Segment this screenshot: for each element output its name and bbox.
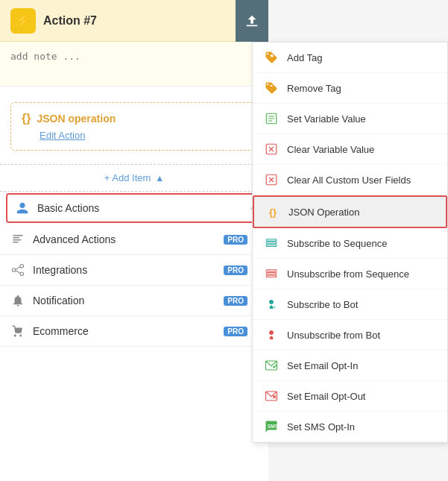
menu-item-ecommerce[interactable]: Ecommerce PRO › [0,316,268,347]
dropdown-subscribe-bot[interactable]: Subscribe to Bot [253,289,447,320]
add-tag-label: Add Tag [287,52,322,63]
dropdown-set-variable[interactable]: Set Variable Value [253,104,447,134]
notification-icon [10,293,25,308]
sms-opt-in-label: Set SMS Opt-In [287,421,355,433]
svg-rect-1 [13,237,19,239]
note-textarea[interactable] [0,42,268,87]
svg-rect-18 [266,275,277,277]
clear-variable-label: Clear Variable Value [287,144,374,155]
notification-label: Notification [33,295,216,306]
dropdown-sms-opt-in[interactable]: SMS Set SMS Opt-In [253,412,447,442]
dropdown-clear-variable[interactable]: Clear Variable Value [253,134,447,165]
subscribe-seq-icon [263,235,280,251]
ecommerce-label: Ecommerce [33,325,216,337]
json-operation-label: JSON Operation [288,207,359,218]
dropdown-email-opt-in[interactable]: Set Email Opt-In [253,350,447,381]
chevron-up-icon: ▲ [155,173,164,183]
svg-point-4 [13,268,16,272]
ecommerce-icon [10,324,25,339]
clear-variable-icon [263,141,280,157]
left-panel: ⚡ Action #7 ≡ {} JSON operation Edit Act… [0,0,268,481]
json-curly-icon: {} [22,112,31,125]
menu-item-basic-actions[interactable]: Basic Actions ‹ [6,193,262,223]
integrations-label: Integrations [33,264,216,276]
dropdown-json-operation[interactable]: {} JSON Operation [253,195,447,228]
email-opt-in-icon [263,357,280,374]
subscribe-bot-icon [263,296,280,312]
svg-rect-3 [13,242,19,243]
json-block-label: JSON operation [37,113,116,125]
notification-pro-badge: PRO [224,296,247,306]
unsubscribe-bot-label: Unsubscribe from Bot [287,330,380,341]
email-opt-in-label: Set Email Opt-In [287,360,358,371]
menu-item-notification[interactable]: Notification PRO › [0,286,268,316]
clear-custom-icon [263,172,280,188]
basic-actions-label: Basic Actions [37,202,243,214]
svg-rect-13 [266,239,277,241]
email-opt-out-icon [263,388,280,404]
svg-line-7 [16,267,20,269]
dropdown-remove-tag[interactable]: Remove Tag [253,73,447,104]
sms-opt-in-icon: SMS [263,418,280,435]
advanced-actions-icon [10,232,25,247]
remove-tag-label: Remove Tag [287,83,341,94]
svg-rect-15 [266,245,277,246]
subscribe-bot-label: Subscribe to Bot [287,299,358,310]
svg-text:SMS: SMS [268,424,278,429]
add-tag-icon [263,49,280,66]
clear-custom-label: Clear All Custom User Fields [287,175,411,186]
dropdown-subscribe-seq[interactable]: Subscribe to Sequence [253,228,447,259]
integrations-icon [10,262,25,277]
unsubscribe-seq-label: Unsubscribe from Sequence [287,268,409,280]
json-block-title: {} JSON operation [22,112,247,125]
svg-rect-17 [266,273,277,274]
basic-actions-icon [15,201,30,216]
svg-line-8 [16,271,20,273]
svg-rect-16 [266,270,277,271]
dropdown-panel: Add Tag Remove Tag Set Variable Value Cl… [252,42,448,443]
svg-rect-14 [266,242,277,244]
dropdown-clear-custom[interactable]: Clear All Custom User Fields [253,165,447,195]
add-item-row[interactable]: + Add Item ▲ [0,164,268,192]
svg-point-5 [20,265,24,268]
menu-item-integrations[interactable]: Integrations PRO › [0,255,268,286]
unsubscribe-seq-icon [263,265,280,282]
menu-item-advanced-actions[interactable]: Advanced Actions PRO › [0,224,268,255]
advanced-actions-label: Advanced Actions [33,233,216,245]
json-operation-block: {} JSON operation Edit Action [10,102,258,151]
edit-action-link[interactable]: Edit Action [40,130,247,141]
dropdown-unsubscribe-seq[interactable]: Unsubscribe from Sequence [253,259,447,289]
dropdown-email-opt-out[interactable]: Set Email Opt-Out [253,381,447,412]
svg-point-6 [20,272,24,276]
upload-button[interactable] [236,0,268,42]
integrations-pro-badge: PRO [224,265,247,275]
remove-tag-icon [263,80,280,96]
action-title: Action #7 [43,14,238,28]
upload-icon [244,13,260,29]
subscribe-seq-label: Subscribe to Sequence [287,238,387,249]
ecommerce-pro-badge: PRO [224,327,247,336]
set-variable-label: Set Variable Value [287,113,366,125]
svg-rect-2 [13,239,21,241]
add-item-label: + Add Item [104,172,151,183]
unsubscribe-bot-icon [263,327,280,343]
set-variable-icon [263,110,280,127]
svg-rect-0 [13,235,23,236]
email-opt-out-label: Set Email Opt-Out [287,391,365,402]
lightning-icon: ⚡ [10,8,36,34]
menu-list: Basic Actions ‹ Advanced Actions PRO › I… [0,193,268,347]
dropdown-add-tag[interactable]: Add Tag [253,43,447,73]
advanced-actions-pro-badge: PRO [224,235,247,245]
json-operation-icon: {} [265,204,281,220]
action-header: ⚡ Action #7 ≡ [0,0,268,42]
dropdown-unsubscribe-bot[interactable]: Unsubscribe from Bot [253,320,447,350]
